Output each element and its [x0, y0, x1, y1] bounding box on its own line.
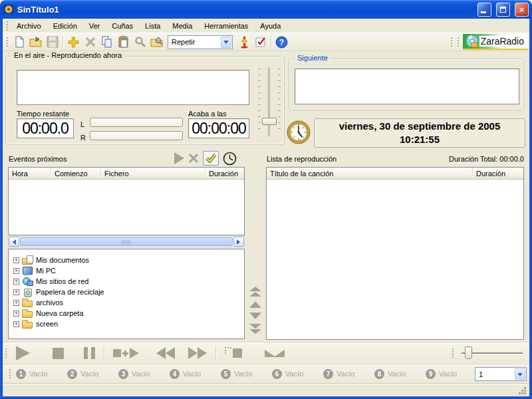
window-title: SinTítulo1: [17, 5, 473, 15]
column-header[interactable]: Título de la canción: [267, 168, 473, 179]
paste-button[interactable]: [115, 34, 132, 50]
scroll-right-button[interactable]: [233, 237, 244, 247]
expand-icon[interactable]: +: [13, 279, 19, 285]
open-list-button[interactable]: [27, 34, 44, 50]
column-header[interactable]: Fichero: [101, 168, 205, 179]
close-button[interactable]: ×: [515, 3, 529, 17]
transport-gripper[interactable]: [452, 348, 454, 358]
event-clock-icon[interactable]: [223, 152, 237, 166]
save-list-button[interactable]: [44, 34, 61, 50]
tree-item[interactable]: + Mi PC: [9, 265, 244, 276]
pause-button[interactable]: [77, 344, 102, 362]
delete-button[interactable]: [82, 34, 98, 50]
tree-item[interactable]: + Nueva carpeta: [9, 308, 244, 319]
cart-button[interactable]: 7 Vacío: [323, 369, 374, 379]
combo-dropdown-button[interactable]: [515, 368, 525, 380]
column-header[interactable]: Duración: [473, 168, 523, 179]
slider-thumb[interactable]: [262, 118, 277, 125]
move-down-button[interactable]: [249, 313, 261, 319]
find-in-folder-button[interactable]: [148, 34, 165, 50]
events-hscrollbar[interactable]: [8, 236, 245, 247]
tree-item[interactable]: + screen: [9, 319, 244, 329]
file-tree[interactable]: + Mis documentos + Mi PC + Mis sitios de…: [8, 249, 245, 339]
play-event-icon[interactable]: [174, 152, 184, 164]
menu-item[interactable]: Archivo: [11, 19, 47, 33]
menu-item[interactable]: Cuñas: [106, 19, 139, 33]
menu-item[interactable]: Media: [166, 19, 198, 33]
stop-after-current-button[interactable]: [218, 344, 249, 362]
pitch-slider[interactable]: [462, 346, 523, 360]
column-header[interactable]: Hora: [9, 168, 51, 179]
tree-item[interactable]: + Papelera de reciclaje: [9, 287, 244, 297]
cart-gripper[interactable]: [9, 369, 11, 378]
crossfade-button[interactable]: [258, 344, 291, 362]
cart-button[interactable]: 6 Vacío: [272, 369, 323, 379]
menu-item[interactable]: Lista: [139, 19, 166, 33]
playlist-table[interactable]: Título de la canciónDuración: [266, 167, 524, 340]
slider-thumb[interactable]: [465, 346, 472, 359]
resize-grip[interactable]: [519, 386, 527, 394]
toolbar-gripper[interactable]: [458, 37, 459, 47]
forward-button[interactable]: [182, 344, 213, 362]
find-button[interactable]: [132, 34, 148, 50]
cart-button[interactable]: 5 Vacío: [221, 369, 272, 379]
volume-slider[interactable]: [257, 67, 281, 142]
cart-button[interactable]: 8 Vacío: [374, 369, 426, 379]
move-up-button[interactable]: [249, 301, 261, 308]
maximize-button[interactable]: [496, 3, 510, 17]
tree-item[interactable]: + archivos: [9, 297, 244, 308]
cart-button[interactable]: 9 Vacío: [426, 369, 477, 379]
copy-button[interactable]: [98, 34, 115, 50]
cart-button[interactable]: 2 Vacío: [67, 369, 118, 379]
stop-button[interactable]: [46, 344, 70, 362]
toolbar-gripper[interactable]: [7, 37, 8, 47]
enable-events-toggle[interactable]: [203, 151, 219, 166]
cart-bank-combo[interactable]: 1: [475, 367, 527, 381]
expand-icon[interactable]: +: [13, 300, 19, 306]
copy-icon: [101, 36, 113, 48]
tree-item[interactable]: + Mis sitios de red: [9, 276, 244, 287]
new-document-icon: [13, 36, 25, 48]
expand-icon[interactable]: +: [13, 268, 19, 274]
menu-gripper[interactable]: [7, 21, 8, 31]
menu-item[interactable]: Ver: [83, 19, 106, 33]
cart-button[interactable]: 3 Vacío: [118, 369, 170, 379]
scrollbar-thumb[interactable]: [20, 237, 233, 246]
play-button[interactable]: [9, 344, 37, 362]
column-header[interactable]: Comienzo: [51, 168, 101, 179]
scroll-left-button[interactable]: [9, 237, 19, 247]
toolbar-separator: [271, 35, 271, 49]
new-list-button[interactable]: [11, 34, 27, 50]
menu-item[interactable]: Ayuda: [254, 19, 287, 33]
tree-item-icon: [22, 277, 33, 286]
events-table[interactable]: HoraComienzoFicheroDuración: [8, 167, 245, 235]
minimize-button[interactable]: [477, 3, 491, 17]
help-button[interactable]: ?: [273, 34, 290, 50]
delete-event-icon[interactable]: [188, 153, 199, 164]
menu-item[interactable]: Edición: [47, 19, 83, 33]
open-folder-icon: [29, 36, 42, 48]
brand-logo: ZaraRadio: [463, 34, 528, 50]
cart-button[interactable]: 4 Vacío: [170, 369, 221, 379]
options-button[interactable]: [252, 34, 269, 50]
menu-item[interactable]: Herramientas: [198, 19, 254, 33]
move-bottom-button[interactable]: [249, 324, 261, 334]
cart-button[interactable]: 1 Vacío: [16, 369, 67, 379]
stop-and-play-button[interactable]: [106, 344, 146, 362]
expand-icon[interactable]: +: [13, 311, 19, 317]
next-group: Siguiente: [289, 59, 524, 110]
move-top-button[interactable]: [249, 287, 261, 297]
toolbar-gripper[interactable]: [451, 37, 452, 47]
add-file-button[interactable]: [65, 34, 82, 50]
expand-icon[interactable]: +: [13, 289, 19, 295]
repeat-mode-combo[interactable]: Repetir: [168, 35, 233, 49]
expand-icon[interactable]: +: [13, 257, 19, 263]
column-header[interactable]: Duración: [205, 168, 244, 179]
combo-dropdown-button[interactable]: [221, 37, 231, 48]
transport-gripper[interactable]: [5, 348, 7, 358]
rewind-button[interactable]: [150, 344, 182, 362]
expand-icon[interactable]: +: [13, 321, 19, 327]
tree-item[interactable]: + Mis documentos: [9, 255, 244, 265]
chevron-down-icon: [517, 373, 523, 379]
levels-button[interactable]: [235, 34, 252, 50]
